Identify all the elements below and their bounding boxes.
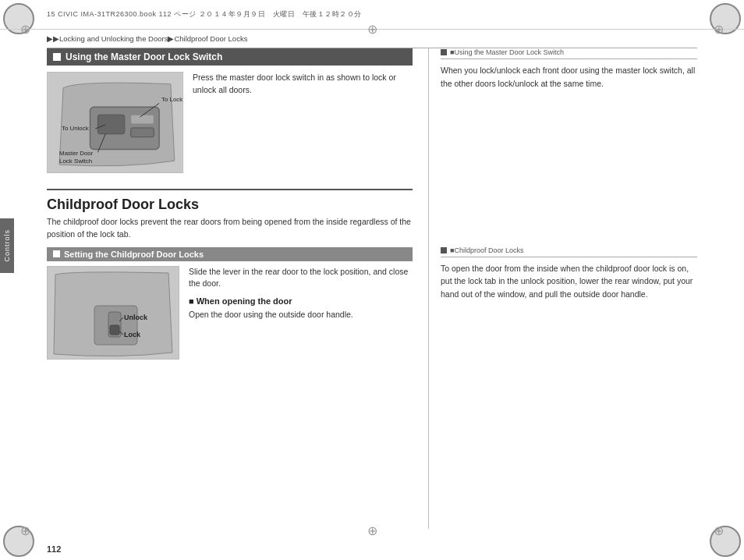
breadcrumb-text: ▶▶Locking and Unlocking the Doors▶Childp… <box>47 34 247 43</box>
crosshair-bl: ⊕ <box>20 523 30 538</box>
childproof-note-header: ■Childproof Door Locks <box>441 246 697 257</box>
crosshair-tl: ⊕ <box>20 22 30 37</box>
side-tab-label: Controls <box>3 229 11 262</box>
door-lock-svg: To Lock To Unlock Master Door Lock Switc… <box>48 73 182 172</box>
master-door-heading-text: Using the Master Door Lock Switch <box>66 51 222 62</box>
crosshair-br: ⊕ <box>714 523 724 538</box>
left-column: Using the Master Door Lock Switch <box>47 48 429 529</box>
side-tab-controls: Controls <box>0 218 14 273</box>
crosshair-bc: ⊕ <box>367 523 377 538</box>
sub-heading-square-icon <box>53 250 60 257</box>
svg-rect-4 <box>131 128 154 137</box>
childproof-note-text: To open the door from the inside when th… <box>441 262 697 301</box>
master-door-note-header-text: ■Using the Master Door Lock Switch <box>450 48 564 56</box>
childproof-info-box: ■Childproof Door Locks To open the door … <box>441 246 697 301</box>
main-content: Using the Master Door Lock Switch <box>47 48 697 529</box>
svg-text:Unlock: Unlock <box>124 314 148 321</box>
childproof-content: Unlock Lock Slide the lever in the rear … <box>47 266 413 366</box>
door-lock-image: To Lock To Unlock Master Door Lock Switc… <box>47 72 183 173</box>
svg-text:To Unlock: To Unlock <box>62 125 89 132</box>
page-number: 112 <box>47 544 61 554</box>
childproof-body-text: The childproof door locks prevent the re… <box>47 216 413 241</box>
svg-rect-2 <box>97 115 124 134</box>
svg-rect-3 <box>131 115 154 124</box>
crosshair-tr: ⊕ <box>714 22 724 37</box>
master-door-info-box: ■Using the Master Door Lock Switch When … <box>441 48 697 90</box>
master-door-note-text: When you lock/unlock each front door usi… <box>441 64 697 90</box>
svg-rect-15 <box>110 325 119 335</box>
note-header-square <box>441 49 447 55</box>
header-japanese-text: 15 CIVIC IMA-31TR26300.book 112 ページ ２０１４… <box>47 9 362 19</box>
master-door-section-heading: Using the Master Door Lock Switch <box>47 48 413 66</box>
svg-text:Master Door: Master Door <box>59 150 94 157</box>
svg-text:Lock: Lock <box>124 331 141 338</box>
childproof-door-image: Unlock Lock <box>47 266 179 360</box>
svg-text:Lock Switch: Lock Switch <box>59 158 92 165</box>
heading-square-icon <box>53 53 61 61</box>
svg-text:To Lock: To Lock <box>161 96 182 103</box>
childproof-setting-heading: Setting the Childproof Door Locks <box>47 247 413 261</box>
right-column: ■Using the Master Door Lock Switch When … <box>429 48 697 529</box>
childproof-title: Childproof Door Locks <box>47 189 413 213</box>
master-door-content: To Lock To Unlock Master Door Lock Switc… <box>47 72 413 179</box>
master-door-note-header: ■Using the Master Door Lock Switch <box>441 48 697 59</box>
childproof-svg: Unlock Lock <box>48 267 179 360</box>
childproof-note-header-text: ■Childproof Door Locks <box>450 246 523 254</box>
crosshair-tc: ⊕ <box>367 22 377 37</box>
childproof-setting-heading-text: Setting the Childproof Door Locks <box>64 250 204 259</box>
childproof-note-header-square <box>441 247 447 253</box>
